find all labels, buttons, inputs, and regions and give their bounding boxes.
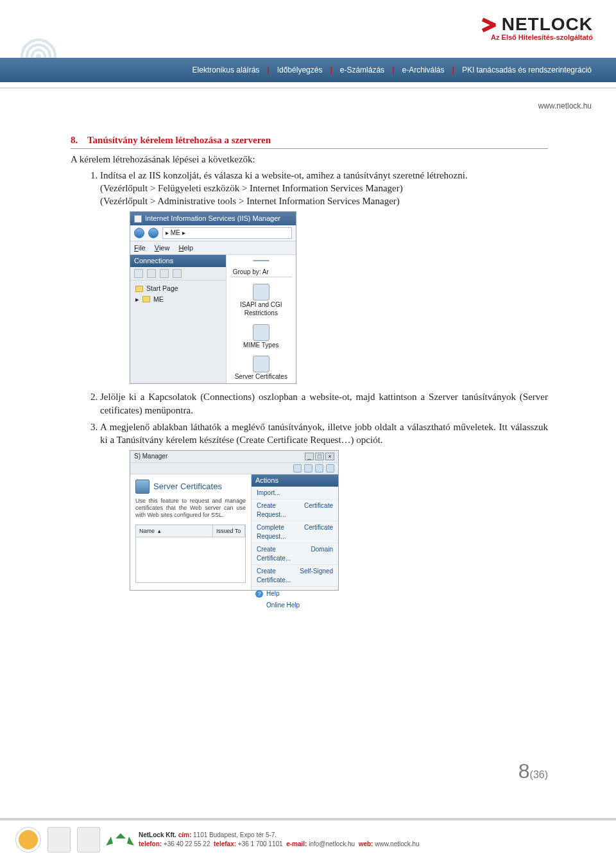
page-icon: [135, 286, 143, 292]
connections-tree: Start Page ▸ME: [130, 281, 226, 308]
action-create-request[interactable]: Create Certificate Request...: [252, 499, 338, 521]
feature-label: Server Certificates: [235, 372, 287, 381]
section-heading: 8. Tanúsítvány kérelem létrehozása a sze…: [71, 134, 548, 149]
breadcrumb[interactable]: ▸ ME ▸: [162, 227, 292, 239]
section-title-text: Tanúsítvány kérelem létrehozása a szerve…: [87, 135, 271, 145]
help-link[interactable]: Help: [266, 589, 280, 598]
step-1: Indítsa el az IIS konzolját, és válasza …: [100, 169, 548, 385]
feature-icon[interactable]: [253, 324, 270, 341]
logo-icon: [480, 15, 498, 33]
minimize-button[interactable]: _: [305, 453, 314, 460]
action-import[interactable]: Import...: [252, 487, 338, 500]
step-list: Indítsa el az IIS konzolját, és válasza …: [71, 169, 548, 591]
maximize-button[interactable]: □: [315, 453, 324, 460]
nav-item: Elektronikus aláírás: [193, 65, 260, 74]
sgs-badge-icon: [15, 827, 41, 853]
action-complete-request[interactable]: Complete Certificate Request...: [252, 521, 338, 543]
window-title-fragment: S) Manager: [134, 452, 167, 461]
screenshot-iis-manager: Internet Information Services (IIS) Mana…: [130, 211, 296, 384]
forward-button[interactable]: [148, 228, 158, 238]
nav-item: PKI tanácsadás és rendszerintegráció: [462, 65, 592, 74]
header-url: www.netlock.hu: [538, 101, 592, 110]
menu-bar: File View Help: [130, 241, 296, 256]
logo-block: NETLOCK Az Első Hitelesítés-szolgáltató: [480, 14, 593, 41]
menu-view[interactable]: View: [155, 243, 170, 253]
menu-file[interactable]: File: [134, 243, 146, 253]
section-intro: A kérelem létrehozásának lépései a követ…: [71, 153, 548, 166]
section-number: 8.: [71, 135, 78, 145]
certificates-table: Name ▴ Issued To: [135, 525, 246, 583]
help-icon: ?: [255, 590, 263, 598]
recycle-icon: [107, 827, 132, 853]
feature-icon[interactable]: [253, 356, 270, 372]
action-create-self-signed[interactable]: Create Self-Signed Certificate...: [252, 565, 338, 587]
logo-subtitle: Az Első Hitelesítés-szolgáltató: [480, 33, 593, 41]
panel-title: Server Certificates: [153, 481, 222, 492]
server-home-icon: [253, 260, 270, 261]
feature-label: MIME Types: [243, 341, 278, 350]
tree-item-server[interactable]: ▸ME: [135, 294, 221, 305]
toolbar-btn[interactable]: [160, 269, 169, 278]
toolbar-btn[interactable]: [134, 269, 143, 278]
window-title: Internet Information Services (IIS) Mana…: [145, 214, 280, 223]
feature-pane: Group by: Ar ISAPI and CGI Restrictions …: [227, 255, 296, 383]
address-bar: ▸ ME ▸: [130, 225, 296, 241]
group-by-label[interactable]: Group by: Ar: [230, 268, 292, 277]
toolbar-icon[interactable]: [315, 464, 323, 473]
nav-item: e-Számlázás: [340, 65, 384, 74]
nav-item: e-Archiválás: [402, 65, 444, 74]
document-body: 8. Tanúsítvány kérelem létrehozása a sze…: [71, 134, 548, 597]
connections-toolbar: [130, 267, 226, 281]
page-footer: NetLock Kft. cím: 1101 Budapest, Expo té…: [0, 818, 616, 859]
help-icon[interactable]: [326, 464, 334, 473]
column-name[interactable]: Name ▴: [136, 525, 213, 537]
nav-bar: Elektronikus aláírás| Időbélyegzés| e-Sz…: [0, 58, 616, 82]
actions-pane: Actions Import... Create Certificate Req…: [251, 474, 338, 590]
action-create-domain-cert[interactable]: Create Domain Certificate...: [252, 543, 338, 565]
feature-label: ISAPI and CGI Restrictions: [230, 300, 292, 318]
actions-header: Actions: [252, 474, 338, 487]
menu-help[interactable]: Help: [178, 243, 193, 253]
page-header: NETLOCK Az Első Hitelesítés-szolgáltató …: [0, 0, 616, 89]
close-button[interactable]: ×: [325, 453, 334, 460]
tree-item-start-page[interactable]: Start Page: [135, 283, 221, 294]
toolbar-btn[interactable]: [147, 269, 156, 278]
online-help-link[interactable]: Online Help: [266, 601, 300, 610]
connections-header: Connections: [130, 255, 226, 267]
app-icon: [134, 215, 142, 223]
screenshot-server-certificates: S) Manager _ □ ×: [130, 450, 339, 591]
certificates-icon: [135, 480, 150, 494]
window-titlebar: Internet Information Services (IIS) Mana…: [130, 212, 296, 225]
toolbar-icon[interactable]: [304, 464, 312, 473]
back-button[interactable]: [134, 228, 144, 238]
toolbar-btn[interactable]: [173, 269, 182, 278]
feature-icon[interactable]: [253, 284, 270, 300]
page-number: 8(36): [518, 759, 548, 783]
column-issued-to[interactable]: Issued To: [213, 525, 245, 537]
footer-text: NetLock Kft. cím: 1101 Budapest, Expo té…: [139, 831, 420, 849]
step-3: A megjelenő ablakban láthatók a meglévő …: [100, 421, 548, 591]
nav-item: Időbélyegzés: [277, 65, 323, 74]
logo-text: NETLOCK: [502, 14, 593, 35]
toolbar-icon[interactable]: [293, 464, 302, 473]
connections-pane: Connections Start Page ▸ME: [130, 255, 227, 383]
server-certificates-pane: Server Certificates Use this feature to …: [130, 474, 251, 590]
panel-description: Use this feature to request and manage c…: [135, 498, 246, 519]
step-2: Jelölje ki a Kapcsolatok (Connections) o…: [100, 390, 548, 417]
server-icon: [142, 296, 150, 302]
cert-badge-icon: [77, 827, 100, 853]
toolbar-icons: [293, 464, 334, 473]
moody-badge-icon: [47, 827, 71, 853]
window-chrome: S) Manager _ □ ×: [130, 451, 338, 463]
